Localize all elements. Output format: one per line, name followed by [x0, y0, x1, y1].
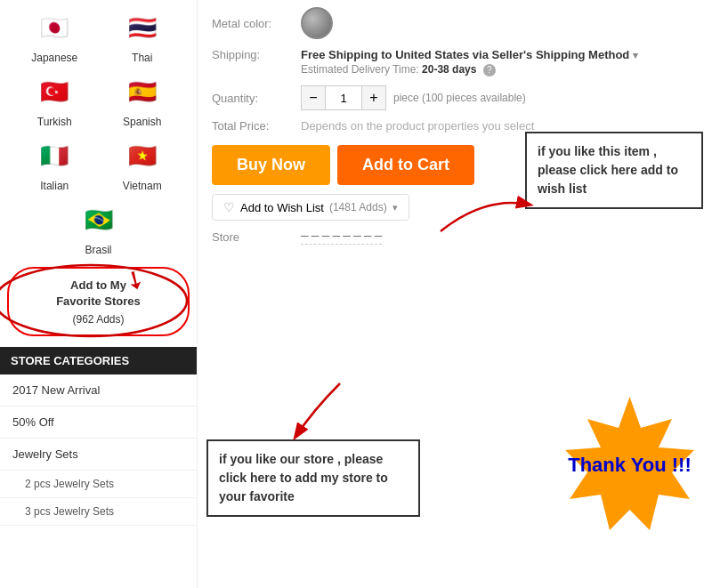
question-icon[interactable]: ?: [483, 64, 496, 77]
category-item-50off[interactable]: 50% Off: [0, 407, 197, 439]
add-to-favorite-stores-button[interactable]: Add to MyFavorite Stores (962 Adds): [7, 267, 190, 336]
delivery-est: Estimated Delivery Time: 20-38 days ?: [301, 63, 698, 77]
free-shipping-text: Free Shipping to United States via Selle…: [301, 48, 629, 61]
store-arrow-decoration: [287, 375, 358, 446]
category-item-3pcs[interactable]: 3 pcs Jewelry Sets: [0, 498, 197, 526]
thai-label: Thai: [132, 52, 152, 64]
quantity-increase-button[interactable]: +: [361, 85, 386, 110]
quantity-row: Quantity: − 1 + piece (100 pieces availa…: [212, 85, 698, 110]
japanese-label: Japanese: [31, 52, 77, 64]
brasil-flag: 🇧🇷: [78, 199, 119, 240]
flag-item-turkish[interactable]: 🇹🇷 Turkish: [14, 71, 95, 128]
metal-color-label: Metal color:: [212, 17, 301, 30]
quantity-decrease-button[interactable]: −: [301, 85, 326, 110]
metal-color-row: Metal color:: [212, 7, 698, 39]
category-item-2pcs[interactable]: 2 pcs Jewelry Sets: [0, 471, 197, 498]
shipping-info: Free Shipping to United States via Selle…: [301, 48, 698, 77]
shipping-text: Free Shipping to United States via Selle…: [301, 48, 698, 61]
total-price-row: Total Price: Depends on the product prop…: [212, 119, 698, 133]
flag-item-vietnam[interactable]: 🇻🇳 Vietnam: [102, 135, 183, 192]
wishlist-annotation-box: if you like this item , please click her…: [525, 132, 703, 209]
delivery-label: Estimated Delivery Time:: [301, 63, 419, 76]
flags-grid: 🇯🇵 Japanese 🇹🇭 Thai 🇹🇷 Turkish 🇪🇸 Spanis…: [0, 0, 197, 192]
store-categories-header: STORE CATEGORIES: [0, 347, 197, 375]
flag-item-spanish[interactable]: 🇪🇸 Spanish: [102, 71, 183, 128]
shipping-row: Shipping: Free Shipping to United States…: [212, 48, 698, 77]
quantity-info: piece (100 pieces available): [393, 92, 526, 104]
wishlist-adds: (1481 Adds): [329, 201, 387, 213]
japanese-flag: 🇯🇵: [34, 7, 75, 48]
vietnam-label: Vietnam: [123, 180, 162, 192]
turkish-label: Turkish: [37, 116, 72, 128]
flag-item-japanese[interactable]: 🇯🇵 Japanese: [14, 7, 95, 64]
metal-color-image: [303, 9, 331, 37]
quantity-control: − 1 +: [301, 85, 386, 110]
add-to-cart-button[interactable]: Add to Cart: [337, 145, 474, 185]
italian-flag: 🇮🇹: [34, 135, 75, 176]
flag-item-italian[interactable]: 🇮🇹 Italian: [14, 135, 95, 192]
wishlist-label: Add to Wish List: [240, 201, 324, 214]
metal-color-swatch[interactable]: [301, 7, 333, 39]
brasil-label: Brasil: [85, 244, 111, 256]
flag-item-thai[interactable]: 🇹🇭 Thai: [102, 7, 183, 64]
fav-adds-count: (962 Adds): [21, 313, 175, 326]
thank-you-text-container: Thank You !!!: [556, 392, 703, 539]
fav-store-label: Add to MyFavorite Stores: [21, 278, 175, 310]
wishlist-dropdown-icon: ▾: [392, 202, 398, 213]
italian-label: Italian: [40, 180, 69, 192]
vietnam-flag: 🇻🇳: [122, 135, 163, 176]
heart-icon: ♡: [223, 200, 235, 214]
delivery-days: 20-38 days: [422, 63, 476, 76]
turkish-flag: 🇹🇷: [34, 71, 75, 112]
spanish-label: Spanish: [123, 116, 161, 128]
total-price-value: Depends on the product properties you se…: [301, 119, 534, 133]
spanish-flag: 🇪🇸: [122, 71, 163, 112]
thai-flag: 🇹🇭: [122, 7, 163, 48]
quantity-value: 1: [326, 85, 361, 110]
shipping-dropdown-icon[interactable]: ▾: [633, 50, 638, 60]
thank-you-starburst: Thank You !!!: [556, 392, 703, 539]
add-to-wishlist-button[interactable]: ♡ Add to Wish List (1481 Adds) ▾: [212, 194, 409, 221]
store-link[interactable]: ─ ─ ─ ─ ─ ─ ─ ─: [301, 230, 382, 245]
category-item-jewelry-sets[interactable]: Jewelry Sets: [0, 439, 197, 471]
quantity-label: Quantity:: [212, 92, 301, 105]
thank-you-text: Thank You !!!: [568, 453, 692, 479]
store-annotation-box: if you like our store , please click her…: [206, 439, 420, 517]
store-label: Store: [212, 230, 301, 244]
flag-item-brasil[interactable]: 🇧🇷 Brasil: [0, 192, 197, 256]
store-row: Store ─ ─ ─ ─ ─ ─ ─ ─: [212, 230, 698, 245]
buy-now-button[interactable]: Buy Now: [212, 145, 330, 185]
category-item-new-arrival[interactable]: 2017 New Arrival: [0, 375, 197, 407]
wishlist-annotation-text: if you like this item , please click her…: [538, 144, 678, 196]
shipping-label: Shipping:: [212, 48, 301, 61]
total-price-label: Total Price:: [212, 119, 301, 133]
store-annotation-text: if you like our store , please click her…: [219, 452, 388, 503]
